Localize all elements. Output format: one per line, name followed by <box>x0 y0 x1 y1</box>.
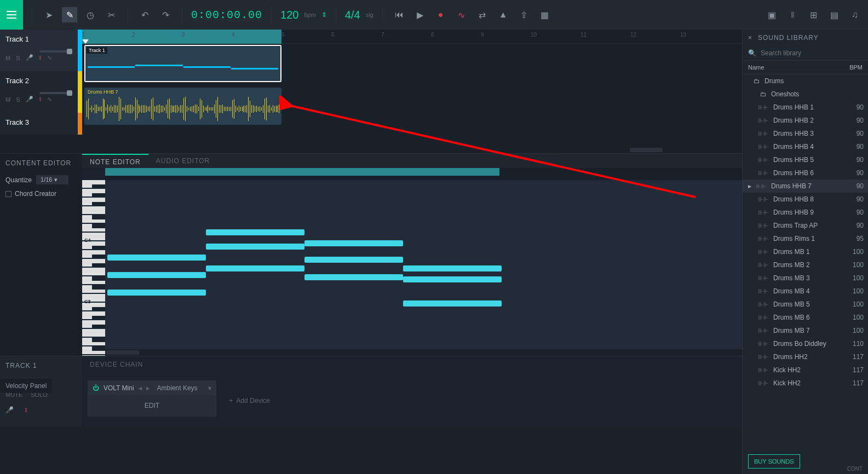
loop-button[interactable]: ⇄ <box>475 7 490 22</box>
folder-oneshots[interactable]: 🗀 Oneshots <box>743 88 868 101</box>
chord-creator-checkbox[interactable] <box>5 191 12 197</box>
midi-note[interactable] <box>304 240 403 246</box>
preset-next-icon[interactable]: ▸ <box>146 384 150 392</box>
preset-dropdown-icon[interactable]: ▾ <box>208 384 211 392</box>
midi-note[interactable] <box>107 255 206 261</box>
library-item[interactable]: ⊪⊩Drums HHB 690 <box>743 166 868 180</box>
library-search-input[interactable] <box>761 49 863 57</box>
device-edit-button[interactable]: EDIT <box>88 395 216 416</box>
midi-icon[interactable]: ⦀ <box>25 406 27 414</box>
column-name[interactable]: Name <box>748 64 764 71</box>
library-item[interactable]: ⊪⊩Drums HHB 590 <box>743 153 868 166</box>
panel3-icon[interactable]: ▤ <box>826 7 842 22</box>
midi-arm-icon[interactable]: ⦀ <box>39 54 42 61</box>
library-item[interactable]: ⊪⊩Drums MB 4100 <box>743 285 868 298</box>
library-item[interactable]: ⊪⊩Drums HHB 190 <box>743 101 868 114</box>
midi-icon[interactable]: ▦ <box>537 7 553 22</box>
buy-sounds-button[interactable]: BUY SOUNDS <box>748 454 800 469</box>
track-header-3[interactable]: Track 3 <box>0 113 78 135</box>
library-toggle-icon[interactable]: ♫ <box>847 7 863 22</box>
solo-button[interactable]: S <box>16 55 20 61</box>
rec-arm-icon[interactable]: 🎤 <box>26 54 33 61</box>
midi-note[interactable] <box>403 265 502 271</box>
midi-note[interactable] <box>304 274 403 280</box>
device-instance[interactable]: ⏻ VOLT Mini ◂ ▸ Ambient Keys ▾ EDIT <box>88 380 216 417</box>
library-item[interactable]: ⊪⊩Drums MB 6100 <box>743 311 868 324</box>
library-item[interactable]: ⊪⊩Drums Rims 195 <box>743 232 868 245</box>
record-button[interactable]: ● <box>433 7 449 22</box>
midi-clip[interactable]: Track 1 <box>84 45 281 82</box>
midi-arm-icon[interactable]: ⦀ <box>39 96 42 103</box>
time-display[interactable]: 0:00:00.00 <box>191 9 262 21</box>
panel1-icon[interactable]: ▣ <box>764 7 779 22</box>
panel2-icon[interactable]: ⊞ <box>806 7 821 22</box>
menu-button[interactable] <box>0 0 23 30</box>
library-item[interactable]: ⊪⊩Drums HHB 490 <box>743 140 868 153</box>
quantize-select[interactable]: 1/16 ▾ <box>36 175 68 184</box>
mic-icon[interactable]: 🎤 <box>5 406 14 414</box>
library-item[interactable]: ⊪⊩Drums HHB 390 <box>743 127 868 140</box>
piano-loop-region[interactable] <box>105 168 499 176</box>
midi-note[interactable] <box>403 276 502 282</box>
library-item[interactable]: ⊪⊩Drums HH2117 <box>743 350 868 363</box>
mixer-icon[interactable]: ⦀ <box>785 7 800 22</box>
device-preset[interactable]: Ambient Keys <box>157 384 198 392</box>
tab-audio-editor[interactable]: AUDIO EDITOR <box>148 154 217 168</box>
bpm-display[interactable]: 120 <box>280 9 298 21</box>
midi-note[interactable] <box>206 229 304 235</box>
library-item[interactable]: ⊪⊩Drums MB 5100 <box>743 298 868 311</box>
library-item[interactable]: ⊪⊩Drums HHB 990 <box>743 206 868 219</box>
midi-note[interactable] <box>304 257 403 263</box>
mute-button[interactable]: M <box>5 55 10 61</box>
library-item[interactable]: ⊪⊩Drums MB 2100 <box>743 258 868 271</box>
play-button[interactable]: ▶ <box>412 7 428 22</box>
audio-clip[interactable]: Drums HHB 7 <box>84 88 281 125</box>
library-item[interactable]: ⊪⊩Drums MB 3100 <box>743 271 868 285</box>
metronome-icon[interactable]: ▲ <box>496 7 511 22</box>
library-item[interactable]: ⊪⊩Kick HH2117 <box>743 377 868 390</box>
track-volume-slider[interactable] <box>39 92 72 94</box>
piano-keyboard[interactable]: C4 C3 <box>82 180 105 356</box>
rewind-button[interactable]: ⏮ <box>392 7 407 22</box>
library-item[interactable]: ⊪⊩Drums HHB 890 <box>743 193 868 206</box>
cont-link[interactable]: CONT <box>847 466 863 472</box>
mute-button[interactable]: M <box>5 96 10 103</box>
tab-note-editor[interactable]: NOTE EDITOR <box>82 154 148 168</box>
library-item[interactable]: ⊪⊩Kick HH2117 <box>743 363 868 377</box>
track-header-2[interactable]: Track 2 M S 🎤 ⦀ ∿ <box>0 71 78 113</box>
midi-note[interactable] <box>107 290 206 296</box>
velocity-panel-label[interactable]: Velocity Panel <box>0 379 52 393</box>
automation-icon[interactable]: ∿ <box>454 7 469 22</box>
library-item[interactable]: ⊪⊩Drums HHB 290 <box>743 114 868 127</box>
column-bpm[interactable]: BPM <box>849 64 863 71</box>
playhead[interactable] <box>82 39 89 44</box>
midi-note[interactable] <box>206 244 304 250</box>
library-item[interactable]: ⊪⊩Drums Bo Diddley110 <box>743 337 868 350</box>
library-close-icon[interactable]: × <box>748 34 752 42</box>
scissors-icon[interactable]: ✂ <box>104 7 119 22</box>
library-item[interactable]: ⊪⊩Drums Trap AP90 <box>743 219 868 232</box>
track-volume-slider[interactable] <box>39 50 72 53</box>
library-item[interactable]: ⊪⊩Drums MB 7100 <box>743 324 868 337</box>
cursor-tool[interactable]: ➤ <box>41 7 56 22</box>
redo-button[interactable]: ↷ <box>158 7 173 22</box>
timesig-display[interactable]: 4/4 <box>345 9 360 21</box>
solo-button[interactable]: S <box>16 96 20 103</box>
midi-note[interactable] <box>206 265 304 271</box>
countdown-icon[interactable]: ⇪ <box>516 7 532 22</box>
automation-track-icon[interactable]: ∿ <box>47 54 52 61</box>
rec-arm-icon[interactable]: 🎤 <box>26 96 33 103</box>
midi-note[interactable] <box>107 272 206 278</box>
add-device-button[interactable]: + Add Device <box>218 386 280 415</box>
pencil-tool[interactable]: ✎ <box>62 7 77 22</box>
preset-prev-icon[interactable]: ◂ <box>139 384 142 392</box>
power-icon[interactable]: ⏻ <box>93 384 99 392</box>
track-header-1[interactable]: Track 1 M S 🎤 ⦀ ∿ <box>0 30 78 71</box>
midi-note[interactable] <box>403 300 502 307</box>
timer-icon[interactable]: ◷ <box>83 7 98 22</box>
library-item[interactable]: ⊪⊩Drums MB 1100 <box>743 245 868 258</box>
undo-button[interactable]: ↶ <box>137 7 152 22</box>
folder-drums[interactable]: 🗀 Drums <box>743 74 868 88</box>
library-item[interactable]: ▸ ⊪⊩Drums HHB 790 <box>743 180 868 193</box>
automation-track-icon[interactable]: ∿ <box>47 96 52 103</box>
